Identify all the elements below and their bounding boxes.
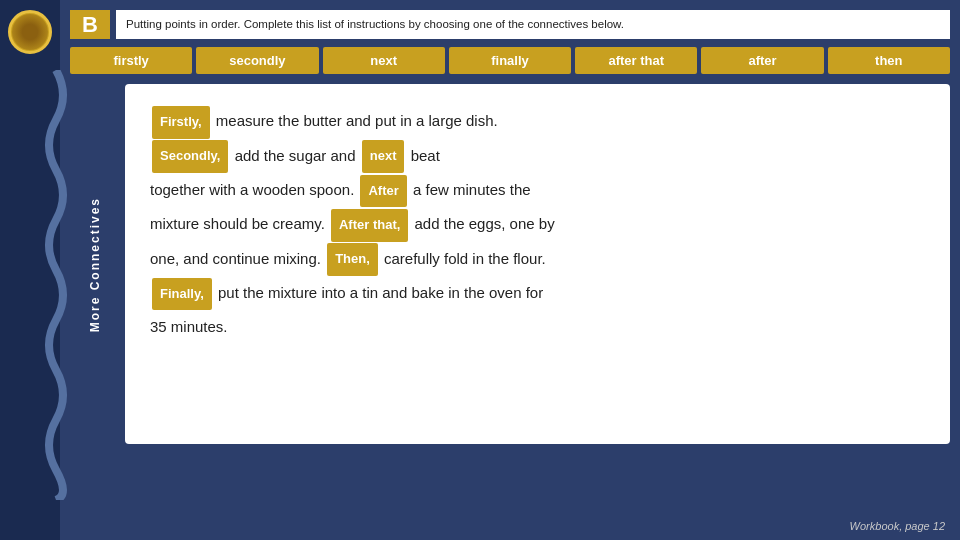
footer: Workbook, page 12: [850, 520, 945, 532]
wave-decoration: [42, 70, 70, 500]
connective-next[interactable]: next: [323, 47, 445, 74]
vertical-label-container: More Connectives: [70, 84, 120, 444]
logo-inner: [12, 14, 48, 50]
connective-after-that[interactable]: after that: [575, 47, 697, 74]
content-panel: Firstly, measure the butter and put in a…: [125, 84, 950, 444]
connectives-bar: firstly secondly next finally after that…: [70, 47, 950, 74]
answer-then: Then,: [327, 243, 378, 276]
line3-end: a few minutes the: [413, 181, 531, 198]
connective-secondly[interactable]: secondly: [196, 47, 318, 74]
line2-mid: add the sugar and: [235, 147, 360, 164]
instruction-box: Putting points in order. Complete this l…: [116, 10, 950, 39]
line1-text: measure the butter and put in a large di…: [216, 112, 498, 129]
connective-then[interactable]: then: [828, 47, 950, 74]
side-label: More Connectives: [88, 197, 102, 332]
answer-after-that: After that,: [331, 209, 408, 242]
answer-finally: Finally,: [152, 278, 212, 311]
paragraph: Firstly, measure the butter and put in a…: [150, 104, 925, 343]
main-area: B Putting points in order. Complete this…: [70, 10, 950, 530]
connective-finally[interactable]: finally: [449, 47, 571, 74]
answer-next: next: [362, 140, 405, 173]
content-outer: More Connectives Firstly, measure the bu…: [70, 84, 950, 444]
line5-end: carefully fold in the flour.: [384, 250, 546, 267]
answer-firstly: Firstly,: [152, 106, 210, 139]
connective-after[interactable]: after: [701, 47, 823, 74]
line6-text: put the mixture into a tin and bake in t…: [218, 284, 543, 301]
line5-prefix: one, and continue mixing.: [150, 250, 325, 267]
answer-secondly: Secondly,: [152, 140, 228, 173]
line2-end: beat: [411, 147, 440, 164]
line7-text: 35 minutes.: [150, 318, 228, 335]
line4-end: add the eggs, one by: [415, 215, 555, 232]
b-badge: B: [70, 10, 110, 39]
line4-prefix: mixture should be creamy.: [150, 215, 329, 232]
answer-after: After: [360, 175, 406, 208]
connective-firstly[interactable]: firstly: [70, 47, 192, 74]
header-row: B Putting points in order. Complete this…: [70, 10, 950, 39]
logo: [8, 10, 52, 54]
line3-prefix: together with a wooden spoon.: [150, 181, 358, 198]
